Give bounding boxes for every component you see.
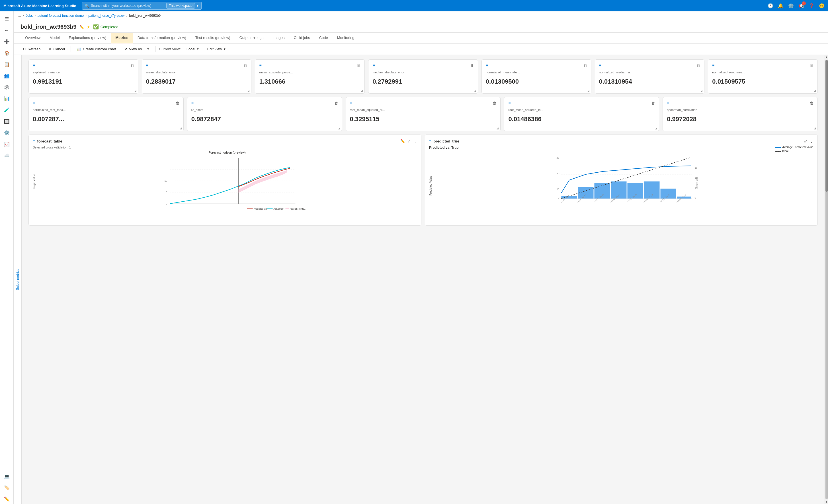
predicted-chart-actions: ⤢ ⋮ (804, 139, 814, 143)
settings-icon[interactable]: ⚙️ (788, 3, 794, 8)
tab-outputs-logs[interactable]: Outputs + logs (235, 33, 268, 43)
metric-delete-5[interactable]: 🗑 (583, 63, 587, 68)
breadcrumb-patient[interactable]: patient_horse_r7yrpsxw (88, 14, 124, 18)
cancel-button[interactable]: ✕ Cancel (46, 46, 67, 52)
tab-model[interactable]: Model (45, 33, 64, 43)
search-bar[interactable]: 🔍 This workspace ▼ (82, 2, 202, 10)
tab-code[interactable]: Code (315, 33, 333, 43)
predicted-more-icon[interactable]: ⋮ (810, 139, 814, 143)
breadcrumb: ... › Jobs › automl-forecast-function-de… (14, 11, 828, 20)
metric-card-nmedae: ≡ 🗑 normalized_median_a... 0.01310954 ◢ (595, 59, 705, 94)
metric-filter-icon-8: ≡ (33, 101, 35, 105)
user-icon[interactable]: 😊 (819, 3, 825, 8)
bell-icon[interactable]: 🔔 (778, 3, 784, 8)
status-label: Completed (100, 25, 118, 29)
metric-delete-8[interactable]: 🗑 (176, 101, 179, 105)
metric-delete-7[interactable]: 🗑 (810, 63, 814, 68)
sidebar-item-add[interactable]: ➕ (1, 36, 12, 47)
sidebar-item-label[interactable]: 🏷️ (1, 483, 12, 493)
forecast-more-icon[interactable]: ⋮ (413, 139, 417, 143)
sidebar-item-analytics[interactable]: 📈 (1, 139, 12, 149)
star-icon[interactable]: ★ (87, 25, 90, 29)
metric-icons-4: ≡ (372, 63, 375, 68)
predicted-filter-icon: ≡ (429, 139, 431, 143)
metric-filter-icon-2: ≡ (146, 63, 148, 68)
metric-delete-2[interactable]: 🗑 (243, 63, 247, 68)
metric-card-header-5: ≡ 🗑 (486, 63, 587, 68)
scroll-down-arrow[interactable]: ▼ (825, 500, 828, 503)
tab-images[interactable]: Images (268, 33, 289, 43)
sidebar-item-apps[interactable]: 🔲 (1, 116, 12, 126)
tab-test-results[interactable]: Test results (preview) (191, 33, 235, 43)
tab-data-transformation[interactable]: Data transformation (preview) (133, 33, 191, 43)
predicted-true-chart: ≡ predicted_true ⤢ ⋮ Predicted vs. True (425, 135, 818, 226)
sidebar-item-home[interactable]: 🏠 (1, 48, 12, 58)
create-chart-button[interactable]: 📊 Create custom chart (74, 46, 118, 52)
forecast-x-label: Forecast horizon (preview) (37, 151, 417, 154)
select-metrics-sidebar[interactable]: Select metrics (14, 55, 22, 504)
sidebar-item-back[interactable]: ↩ (1, 25, 12, 35)
metric-delete-11[interactable]: 🗑 (651, 101, 655, 105)
metric-card-nmae: ≡ 🗑 normalized_mean_abs... 0.01309500 ◢ (482, 59, 591, 94)
scroll-indicator[interactable]: ▲ ▼ (825, 55, 828, 504)
metric-icons-11: ≡ (508, 101, 510, 105)
scroll-up-arrow[interactable]: ▲ (825, 55, 828, 58)
metric-delete-12[interactable]: 🗑 (810, 101, 814, 105)
sidebar-item-nodes[interactable]: ⚙️ (1, 127, 12, 138)
sidebar-item-menu[interactable]: ☰ (1, 14, 12, 24)
predicted-vs-true-label: Predicted vs. True (429, 146, 458, 150)
forecast-title-row: ≡ forecast_table (33, 139, 63, 143)
sidebar-item-edit[interactable]: ✏️ (1, 494, 12, 504)
metric-fold-6: ◢ (700, 89, 702, 92)
search-input[interactable] (91, 4, 164, 8)
select-metrics-label: Select metrics (16, 269, 19, 290)
metric-delete-6[interactable]: 🗑 (697, 63, 700, 68)
tab-child-jobs[interactable]: Child jobs (289, 33, 315, 43)
forecast-expand-icon[interactable]: ⤢ (408, 139, 411, 143)
svg-text:0: 0 (695, 196, 696, 199)
metric-filter-icon-12: ≡ (667, 101, 669, 105)
breadcrumb-jobs[interactable]: Jobs (26, 14, 33, 18)
sidebar-item-cloud[interactable]: ☁️ (1, 150, 12, 161)
edit-view-dropdown[interactable]: Edit view ▼ (205, 46, 229, 52)
tab-overview[interactable]: Overview (20, 33, 45, 43)
breadcrumb-menu[interactable]: ... (18, 14, 21, 18)
metric-delete-3[interactable]: 🗑 (357, 63, 361, 68)
tab-monitoring[interactable]: Monitoring (333, 33, 359, 43)
metric-filter-icon-10: ≡ (350, 101, 352, 105)
metric-delete-10[interactable]: 🗑 (493, 101, 496, 105)
sidebar-item-data[interactable]: 📊 (1, 93, 12, 103)
metric-name-5: normalized_mean_abs... (486, 71, 587, 74)
view-as-button[interactable]: ↗ View as... ▼ (122, 46, 152, 52)
metric-name-8: normalized_root_mea... (33, 108, 179, 111)
notification-badge: 1 (802, 1, 806, 5)
workspace-dropdown-icon[interactable]: ▼ (196, 4, 199, 7)
sidebar-item-list[interactable]: 📋 (1, 59, 12, 70)
tab-metrics[interactable]: Metrics (111, 33, 133, 43)
metric-delete-4[interactable]: 🗑 (470, 63, 474, 68)
breadcrumb-demo[interactable]: automl-forecast-function-demo (37, 14, 84, 18)
forecast-edit-icon[interactable]: ✏️ (400, 139, 405, 143)
metric-value-3: 1.310666 (259, 78, 361, 85)
history-icon[interactable]: 🕐 (768, 3, 773, 8)
status-badge: ✅ Completed (93, 24, 118, 30)
sidebar-item-people[interactable]: 👥 (1, 71, 12, 81)
current-view-dropdown[interactable]: Local ▼ (184, 46, 202, 52)
workspace-badge[interactable]: This workspace (166, 3, 195, 8)
metric-delete-9[interactable]: 🗑 (334, 101, 338, 105)
metric-delete-1[interactable]: 🗑 (130, 63, 134, 68)
refresh-button[interactable]: ↻ Refresh (20, 46, 43, 52)
svg-text:0: 0 (558, 196, 559, 199)
sidebar-item-computer[interactable]: 💻 (1, 471, 12, 481)
metrics-scroll-area[interactable]: ≡ 🗑 explained_variance 0.9913191 ◢ ≡ (22, 55, 825, 504)
help-icon[interactable]: ❓ (809, 3, 814, 8)
tab-explanations[interactable]: Explanations (preview) (64, 33, 111, 43)
sidebar-item-flask[interactable]: 🧪 (1, 105, 12, 115)
predicted-expand-icon[interactable]: ⤢ (804, 139, 807, 143)
scroll-thumb[interactable] (825, 60, 828, 499)
notification-icon[interactable]: 📢 1 (798, 3, 804, 8)
metric-value-12: 0.9972028 (667, 116, 814, 123)
forecast-sub-label: Selected cross validation: 1 (33, 146, 417, 149)
sidebar-item-network[interactable]: 🕸️ (1, 82, 12, 92)
edit-title-icon[interactable]: ✏️ (79, 25, 84, 29)
